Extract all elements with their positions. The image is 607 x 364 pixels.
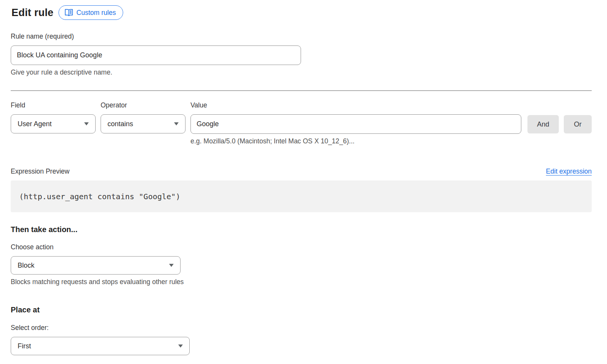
condition-row: Field User Agent Operator contains Value… bbox=[11, 101, 592, 145]
field-label: Field bbox=[11, 101, 96, 109]
custom-rules-label: Custom rules bbox=[76, 9, 116, 17]
section-divider bbox=[11, 90, 592, 91]
order-selected-value: First bbox=[18, 342, 31, 350]
choose-action-group: Choose action Block Blocks matching requ… bbox=[11, 243, 592, 286]
choose-action-label: Choose action bbox=[11, 243, 592, 251]
action-selected-value: Block bbox=[18, 262, 34, 270]
chevron-down-icon bbox=[174, 122, 179, 125]
chevron-down-icon bbox=[169, 264, 174, 267]
expression-code: (http.user_agent contains "Google") bbox=[19, 192, 180, 201]
expression-code-box: (http.user_agent contains "Google") bbox=[11, 180, 592, 212]
action-help: Blocks matching requests and stops evalu… bbox=[11, 278, 592, 286]
custom-rules-badge[interactable]: Custom rules bbox=[59, 5, 123, 20]
value-column: Value e.g. Mozilla/5.0 (Macintosh; Intel… bbox=[190, 101, 521, 145]
chevron-down-icon bbox=[84, 122, 89, 125]
value-input[interactable] bbox=[190, 114, 521, 134]
operator-selected-value: contains bbox=[107, 120, 133, 128]
and-or-buttons: And Or bbox=[527, 115, 592, 145]
value-label: Value bbox=[190, 101, 521, 109]
expression-preview-row: Expression Preview Edit expression bbox=[11, 167, 592, 176]
action-heading: Then take action... bbox=[11, 225, 592, 234]
rule-name-input[interactable] bbox=[11, 46, 301, 65]
field-selected-value: User Agent bbox=[18, 120, 52, 128]
field-select[interactable]: User Agent bbox=[11, 114, 96, 133]
operator-select[interactable]: contains bbox=[101, 114, 186, 133]
and-button[interactable]: And bbox=[527, 115, 559, 133]
operator-column: Operator contains bbox=[101, 101, 186, 145]
operator-label: Operator bbox=[101, 101, 186, 109]
rule-name-label: Rule name (required) bbox=[11, 32, 592, 41]
order-select[interactable]: First bbox=[11, 337, 190, 355]
rule-name-group: Rule name (required) Give your rule a de… bbox=[11, 32, 592, 76]
rule-name-help: Give your rule a descriptive name. bbox=[11, 68, 592, 76]
or-button[interactable]: Or bbox=[564, 115, 592, 133]
placement-heading: Place at bbox=[11, 306, 592, 314]
select-order-group: Select order: First bbox=[11, 324, 592, 355]
value-help: e.g. Mozilla/5.0 (Macintosh; Intel Mac O… bbox=[190, 137, 521, 145]
chevron-down-icon bbox=[178, 344, 183, 348]
action-select[interactable]: Block bbox=[11, 256, 181, 275]
edit-expression-link[interactable]: Edit expression bbox=[546, 167, 592, 176]
field-column: Field User Agent bbox=[11, 101, 96, 145]
expression-preview-label: Expression Preview bbox=[11, 167, 70, 176]
edit-rule-page: Edit rule Custom rules Rule name (requir… bbox=[0, 0, 592, 355]
select-order-label: Select order: bbox=[11, 324, 592, 332]
open-book-icon bbox=[65, 9, 73, 16]
page-header: Edit rule Custom rules bbox=[11, 5, 592, 20]
page-title: Edit rule bbox=[11, 7, 54, 19]
